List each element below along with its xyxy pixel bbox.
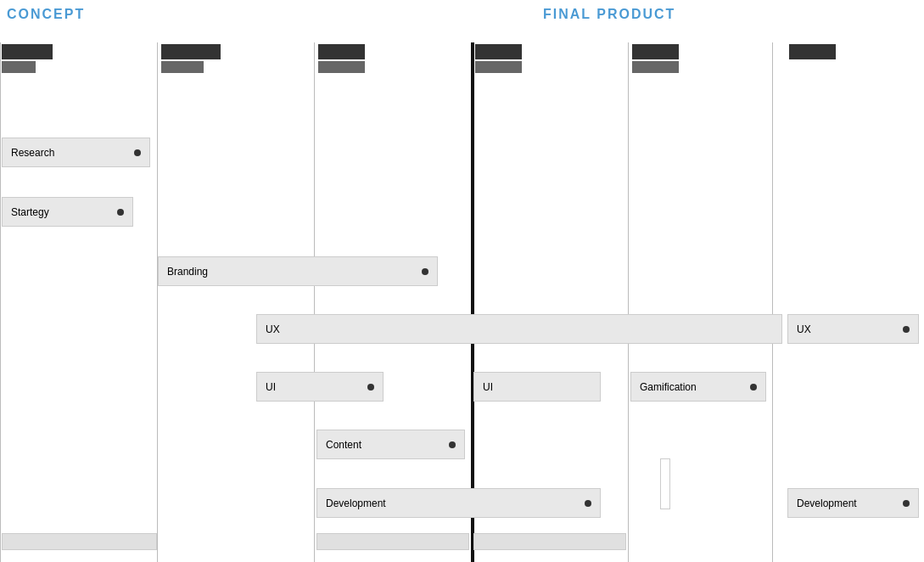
- bar-research-dot: [134, 149, 141, 156]
- timeline-block-col3-title: [318, 44, 365, 59]
- bar-branding: Branding: [158, 256, 438, 286]
- bar-gamification: Gamification: [630, 372, 766, 402]
- col-sep-1: [157, 42, 158, 562]
- bar-bottom-col4: [473, 533, 626, 550]
- bar-research-label: Research: [11, 147, 54, 159]
- bar-branding-dot: [422, 268, 428, 275]
- bar-ux-right-dot: [903, 326, 910, 333]
- bar-ux-right-label: UX: [797, 323, 811, 335]
- timeline-block-col6-title: [789, 44, 836, 59]
- col-sep-3: [471, 42, 474, 562]
- bar-development-right-label: Development: [797, 497, 857, 509]
- bar-development-left-dot: [585, 500, 591, 507]
- bar-ux-right: UX: [787, 314, 919, 344]
- timeline-block-col5-title: [632, 44, 679, 59]
- timeline-block-col1-sub: [2, 61, 36, 73]
- col-left-border: [0, 42, 1, 562]
- bar-bottom-col1: [2, 533, 157, 550]
- bar-development-left: Development: [316, 488, 601, 518]
- col-sep-5: [772, 42, 773, 562]
- final-product-header: FINAL PRODUCT: [543, 7, 675, 22]
- bar-ui-left: UI: [256, 372, 384, 402]
- bar-strategy: Startegy: [2, 197, 133, 227]
- indicator-col5: [660, 458, 670, 509]
- timeline-block-col2-title: [161, 44, 221, 59]
- concept-header: CONCEPT: [7, 7, 85, 22]
- bar-content-dot: [449, 441, 456, 448]
- timeline-block-col2-sub: [161, 61, 204, 73]
- bar-ui-left-dot: [367, 384, 374, 391]
- bar-research: Research: [2, 138, 150, 167]
- bar-development-right-dot: [903, 500, 910, 507]
- bar-content-label: Content: [326, 439, 361, 451]
- bar-strategy-label: Startegy: [11, 206, 49, 218]
- bar-gamification-label: Gamification: [640, 381, 697, 393]
- bar-ux-long: UX: [256, 314, 782, 344]
- bar-gamification-dot: [750, 384, 757, 391]
- timeline-block-col5-sub: [632, 61, 679, 73]
- bar-development-left-label: Development: [326, 497, 386, 509]
- bar-content: Content: [316, 430, 465, 459]
- timeline-block-col4-title: [475, 44, 522, 59]
- bar-ux-long-label: UX: [266, 323, 280, 335]
- timeline-block-col1-title: [2, 44, 53, 59]
- col-sep-2: [314, 42, 315, 562]
- app-container: CONCEPT FINAL PRODUCT Research Startegy …: [0, 0, 924, 562]
- bar-ui-right: UI: [473, 372, 601, 402]
- bar-strategy-dot: [117, 209, 124, 216]
- bar-bottom-col3: [316, 533, 469, 550]
- timeline-block-col4-sub: [475, 61, 522, 73]
- bar-branding-label: Branding: [167, 266, 208, 278]
- bar-development-right: Development: [787, 488, 919, 518]
- bar-ui-right-label: UI: [483, 381, 493, 393]
- timeline-block-col3-sub: [318, 61, 365, 73]
- bar-ui-left-label: UI: [266, 381, 276, 393]
- col-sep-4: [628, 42, 629, 562]
